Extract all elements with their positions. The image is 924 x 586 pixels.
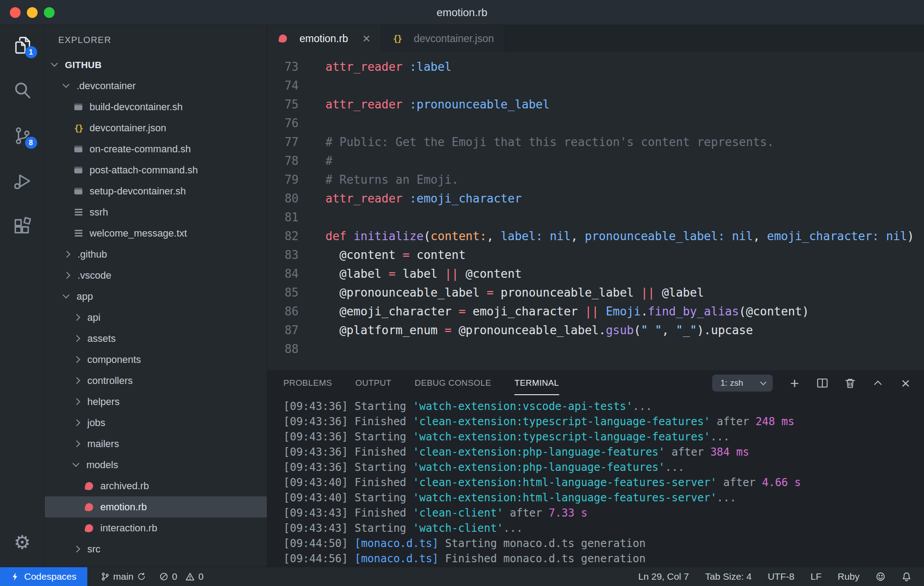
panel-tab-problems[interactable]: PROBLEMS [283,371,332,395]
code-editor[interactable]: 73attr_reader :label7475attr_reader :pro… [267,52,924,371]
tree-folder-assets[interactable]: assets [45,328,267,349]
tree-file-build-devcontainer-sh[interactable]: build-devcontainer.sh [45,96,267,117]
zoom-window-button[interactable] [44,7,55,18]
chevron-right-icon [73,419,81,427]
branch-status-item[interactable]: main [101,571,146,582]
terminal-shell-select[interactable]: 1: zsh [712,375,773,392]
close-tab-icon[interactable]: × [363,32,371,45]
tree-file-emotion-rb[interactable]: emotion.rb [45,496,267,517]
traffic-lights [10,0,55,25]
tree-folder-app[interactable]: app [45,286,267,307]
tab-label: devcontainer.json [414,33,494,45]
warnings-icon [185,572,195,582]
panel-tab-terminal[interactable]: TERMINAL [514,371,559,395]
sh-file-icon [73,186,83,197]
tree-item-label: helpers [87,396,120,408]
shell-select-label: 1: zsh [720,378,743,388]
chevron-right-icon [73,440,81,448]
explorer-view-button[interactable]: 1 [12,35,33,56]
terminal-output[interactable]: [09:43:36] Starting 'watch-extension:vsc… [267,395,924,566]
tree-item-label: api [87,312,100,323]
tree-folder-components[interactable]: components [45,349,267,370]
tree-folder-github[interactable]: GITHUB [45,54,267,75]
code-line: 75attr_reader :pronounceable_label [267,95,924,114]
code-text [299,340,325,358]
split-icon [817,377,828,389]
terminal-line: [09:43:43] Finished 'clean-client' after… [283,505,924,521]
code-text: attr_reader :pronounceable_label [299,95,550,114]
close-window-button[interactable] [10,7,21,18]
editor-tab-emotion-rb[interactable]: emotion.rb× [267,25,381,52]
tree-file-devcontainer-json[interactable]: devcontainer.json [45,117,267,138]
list-file-icon [73,207,83,218]
source-control-view-button[interactable]: 8 [12,125,33,146]
tree-item-label: devcontainer.json [90,122,166,134]
language-mode-item[interactable]: Ruby [838,571,860,582]
code-text [299,76,325,95]
cursor-position-item[interactable]: Ln 29, Col 7 [638,571,689,582]
panel-tab-output[interactable]: OUTPUT [355,371,392,395]
feedback-smiley-button[interactable] [876,572,886,582]
ruby-file-icon [84,502,94,513]
code-text: def initialize(content:, label: nil, pro… [299,227,914,246]
split-terminal-button[interactable] [816,376,829,390]
tree-file-on-create-command-sh[interactable]: on-create-command.sh [45,138,267,159]
tree-file-setup-devcontainer-sh[interactable]: setup-devcontainer.sh [45,181,267,202]
code-text: @pronounceable_label = pronounceable_lab… [299,283,704,302]
tree-folder-src[interactable]: src [45,539,267,560]
tree-folder-jobs[interactable]: jobs [45,412,267,433]
json-file-icon [73,123,83,134]
json-file-icon [392,33,402,44]
codespaces-status-item[interactable]: Codespaces [0,567,87,586]
code-text: @emoji_character = emoji_character || Em… [299,302,809,321]
code-text [299,114,325,133]
extensions-icon [12,216,33,237]
tree-folder-vscode[interactable]: .vscode [45,265,267,286]
tab-size-item[interactable]: Tab Size: 4 [705,571,752,582]
tree-file-archived-rb[interactable]: archived.rb [45,475,267,496]
code-text: attr_reader :emoji_character [299,189,522,208]
tree-folder-api[interactable]: api [45,307,267,328]
tree-folder-devcontainer[interactable]: .devcontainer [45,75,267,96]
editor-tab-devcontainer-json[interactable]: devcontainer.json [381,25,505,52]
chevron-right-icon [73,314,81,321]
chevron-down-icon [51,60,58,67]
sidebar-title: EXPLORER [45,25,267,52]
problems-status-item[interactable]: 0 0 [159,571,203,582]
tree-folder-models[interactable]: models [45,454,267,475]
vscode-window: emotion.rb 1 [0,0,924,586]
tree-folder-helpers[interactable]: helpers [45,391,267,412]
tree-file-ssrh[interactable]: ssrh [45,202,267,223]
eol-item[interactable]: LF [810,571,821,582]
kill-terminal-button[interactable] [843,376,857,390]
code-line: 85 @pronounceable_label = pronounceable_… [267,283,924,302]
settings-button[interactable]: ⚙ [12,532,33,553]
tree-item-label: mailers [87,438,119,450]
tree-folder-mailers[interactable]: mailers [45,433,267,454]
new-terminal-button[interactable]: + [788,376,801,390]
close-panel-button[interactable]: × [899,376,912,390]
minimize-window-button[interactable] [27,7,38,18]
code-line: 86 @emoji_character = emoji_character ||… [267,302,924,321]
panel-tab-debug-console[interactable]: DEBUG CONSOLE [415,371,491,395]
explorer-sidebar: EXPLORER GITHUB.devcontainerbuild-devcon… [45,25,267,567]
encoding-item[interactable]: UTF-8 [768,571,795,582]
code-line: 74 [267,76,924,95]
run-debug-view-button[interactable] [12,171,33,191]
tree-item-label: models [86,459,118,471]
chevron-down-icon [63,292,70,299]
tree-file-welcome-message-txt[interactable]: welcome_message.txt [45,223,267,244]
tree-item-label: components [87,354,141,366]
maximize-panel-button[interactable] [871,376,885,390]
tree-item-label: jobs [87,417,105,429]
tree-file-interaction-rb[interactable]: interaction.rb [45,517,267,539]
tree-folder-github[interactable]: .github [45,244,267,265]
tree-folder-controllers[interactable]: controllers [45,370,267,391]
editor-group: emotion.rb×devcontainer.json 73attr_read… [267,25,924,567]
notifications-bell-button[interactable] [902,572,911,582]
tree-file-post-attach-command-sh[interactable]: post-attach-command.sh [45,159,267,181]
tree-item-label: archived.rb [100,480,149,492]
extensions-view-button[interactable] [12,216,33,237]
line-number: 77 [267,133,299,151]
search-view-button[interactable] [12,80,33,101]
